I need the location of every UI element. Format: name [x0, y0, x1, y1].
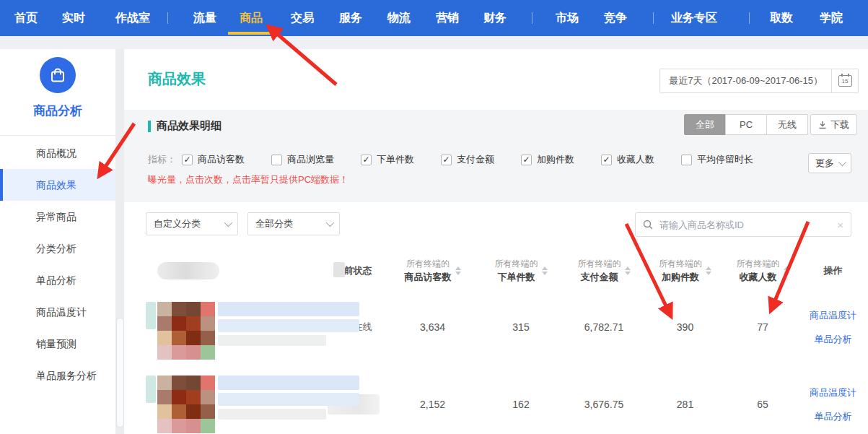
- scrollbar-track: [115, 49, 124, 434]
- checkbox-box: ✓: [681, 155, 692, 165]
- checkbox-payment-amount[interactable]: ✓ 支付金额: [441, 153, 494, 166]
- sidebar-item-product-overview[interactable]: 商品概况: [0, 137, 115, 169]
- nav-item-home[interactable]: 首页: [14, 0, 38, 36]
- tab-pc[interactable]: PC: [725, 114, 767, 135]
- checkbox-box: ✓: [182, 155, 193, 165]
- clear-search-icon[interactable]: ×: [837, 219, 843, 231]
- sort-icon[interactable]: [706, 266, 711, 275]
- checkbox-favorites[interactable]: ✓ 收藏人数: [601, 153, 654, 166]
- nav-item-service[interactable]: 服务: [339, 0, 362, 36]
- cell-visitors: 2,152: [387, 399, 478, 410]
- section-title: 商品效果明细: [148, 119, 222, 133]
- sidebar-item-category-analysis[interactable]: 分类分析: [0, 233, 115, 264]
- nav-item-traffic[interactable]: 流量: [193, 0, 216, 36]
- sidebar: 商品分析 商品概况 商品效果 异常商品 分类分析 单品分析 商品温度计 销量预测…: [0, 49, 115, 434]
- checkbox-box: ✓: [361, 155, 372, 165]
- sidebar-item-product-thermometer[interactable]: 商品温度计: [0, 296, 115, 328]
- nav-item-warroom[interactable]: 作战室: [115, 0, 150, 36]
- calendar-icon: 15: [831, 69, 858, 92]
- checkbox-cart-adds[interactable]: ✓ 加购件数: [521, 153, 574, 166]
- sidebar-item-sales-forecast[interactable]: 销量预测: [0, 328, 115, 360]
- nav-item-market[interactable]: 市场: [556, 0, 579, 36]
- censor-blur: [146, 376, 156, 403]
- date-range-picker[interactable]: 最近7天（2017-06-09~2017-06-15） 15: [659, 69, 859, 93]
- download-label: 下载: [830, 118, 849, 131]
- check-icon: ✓: [442, 155, 450, 164]
- checkbox-product-views[interactable]: ✓ 商品浏览量: [271, 153, 334, 166]
- nav-item-trade[interactable]: 交易: [291, 0, 314, 36]
- sort-icon[interactable]: [625, 266, 631, 275]
- sort-icon[interactable]: [784, 266, 789, 275]
- sort-icon[interactable]: [455, 266, 461, 275]
- nav-item-marketing[interactable]: 营销: [436, 0, 459, 36]
- metric-filters: 指标： ✓ 商品访客数 ✓ 商品浏览量 ✓ 下单件数 ✓ 支付金额 ✓ 加购件数: [148, 153, 780, 166]
- cell-payment: 3,676.75: [564, 399, 644, 410]
- all-category-dropdown[interactable]: 全部分类: [247, 212, 340, 235]
- checkbox-product-visitors[interactable]: ✓ 商品访客数: [182, 153, 245, 166]
- nav-item-competition[interactable]: 竞争: [604, 0, 627, 36]
- check-icon: ✓: [362, 155, 369, 164]
- product-thermometer-link[interactable]: 商品温度计: [810, 309, 856, 322]
- censor-blur: [218, 393, 359, 406]
- sidebar-item-single-product-service[interactable]: 单品服务分析: [0, 360, 115, 391]
- more-metrics-button[interactable]: 更多: [808, 153, 851, 173]
- header-prefix: 所有终端的: [659, 257, 702, 270]
- nav-item-finance[interactable]: 财务: [483, 0, 507, 36]
- check-icon: ✓: [522, 155, 530, 164]
- censor-blur: [218, 319, 359, 332]
- terminal-tabs: 全部 PC 无线: [685, 114, 808, 135]
- header-metric-name: 下单件数: [495, 270, 538, 285]
- nav-item-business-zone[interactable]: 业务专区: [671, 0, 717, 36]
- checkbox-label: 加购件数: [537, 153, 574, 166]
- cell-cart-adds: 281: [644, 399, 727, 410]
- nav-item-data-fetch[interactable]: 取数: [770, 0, 793, 36]
- sidebar-item-abnormal-products[interactable]: 异常商品: [0, 201, 115, 233]
- custom-category-dropdown[interactable]: 自定义分类: [146, 212, 238, 235]
- single-product-analysis-link[interactable]: 单品分析: [815, 410, 852, 423]
- search-input[interactable]: [658, 219, 837, 231]
- download-button[interactable]: 下载: [810, 114, 857, 135]
- header-product-info: [146, 262, 319, 279]
- checkbox-avg-stay-time[interactable]: ✓ 平均停留时长: [681, 153, 753, 166]
- nav-divider: [532, 12, 532, 24]
- censored-product-image: [157, 376, 215, 433]
- censored-header-blur: [157, 262, 219, 279]
- checkbox-box: ✓: [271, 155, 282, 165]
- checkbox-order-items[interactable]: ✓ 下单件数: [361, 153, 414, 166]
- top-nav: 首页 实时 作战室 流量 商品 交易 服务 物流 营销 财务 市场 竞争 业务专…: [0, 0, 868, 36]
- sidebar-item-product-effect[interactable]: 商品效果: [0, 169, 115, 201]
- checkbox-label: 平均停留时长: [697, 153, 753, 166]
- cell-visitors: 3,634: [387, 321, 478, 333]
- page-title: 商品效果: [148, 69, 206, 89]
- header-orders: 所有终端的下单件数: [478, 257, 564, 285]
- censored-product-image: [157, 302, 215, 360]
- tab-all[interactable]: 全部: [684, 114, 726, 135]
- product-effect-table: 当前状态 所有终端的商品访客数 所有终端的下单件数 所有终端的支付金额 所有终端…: [146, 251, 867, 434]
- chevron-down-icon: [838, 158, 846, 166]
- sidebar-header: 商品分析: [0, 49, 115, 136]
- nav-item-realtime[interactable]: 实时: [62, 0, 85, 36]
- sidebar-item-single-product-analysis[interactable]: 单品分析: [0, 264, 115, 296]
- nav-divider: [749, 12, 750, 24]
- header-metric-name: 加购件数: [659, 270, 702, 285]
- cell-actions: 商品温度计 单品分析: [799, 364, 867, 434]
- header-payment: 所有终端的支付金额: [564, 257, 644, 285]
- header-action: 操作: [799, 264, 867, 277]
- tab-wireless[interactable]: 无线: [766, 114, 808, 135]
- checkbox-box: ✓: [521, 155, 532, 165]
- product-search-box: ×: [635, 212, 851, 237]
- nav-item-logistics[interactable]: 物流: [387, 0, 411, 36]
- product-thermometer-link[interactable]: 商品温度计: [810, 386, 856, 399]
- header-visitors: 所有终端的商品访客数: [387, 257, 478, 285]
- sort-icon[interactable]: [542, 266, 548, 275]
- checkbox-label: 商品访客数: [198, 153, 245, 166]
- nav-item-academy[interactable]: 学院: [820, 0, 843, 36]
- header-prefix: 所有终端的: [405, 257, 452, 270]
- section-title-bar: [148, 121, 151, 132]
- nav-item-product[interactable]: 商品: [240, 0, 263, 36]
- section-title-text: 商品效果明细: [157, 119, 222, 133]
- checkbox-box: ✓: [601, 155, 612, 165]
- search-icon: [643, 220, 653, 230]
- single-product-analysis-link[interactable]: 单品分析: [815, 333, 852, 346]
- scrollbar-thumb[interactable]: [116, 318, 124, 428]
